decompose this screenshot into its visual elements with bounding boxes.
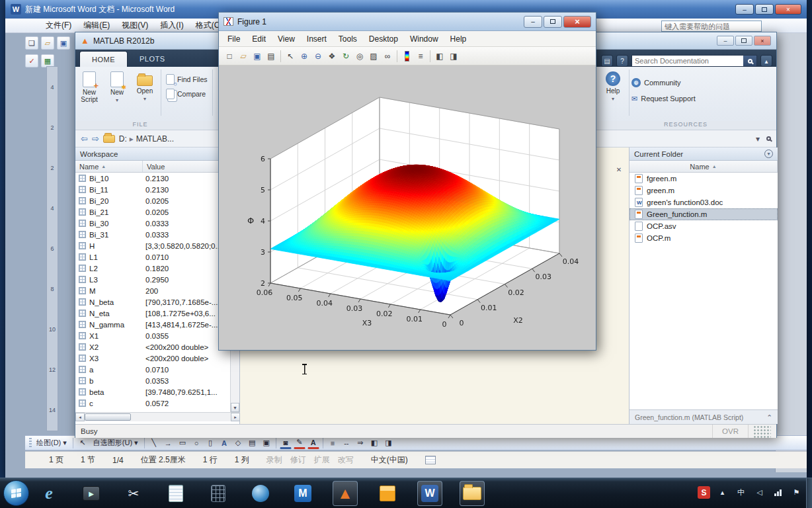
shadow-style-icon[interactable]	[368, 437, 380, 449]
diagram-icon[interactable]	[232, 437, 244, 449]
table-row[interactable]: N_eta [108,1.7275e+03,6...	[75, 308, 231, 319]
autoshapes-button[interactable]: 自选图形(U)	[91, 437, 141, 449]
insert-colorbar-icon[interactable]	[400, 50, 413, 63]
panel-close-icon[interactable]	[614, 165, 624, 174]
browse-for-folder-icon[interactable]	[103, 135, 115, 143]
table-row[interactable]: L1 0.0710	[75, 251, 231, 263]
clip-art-icon[interactable]	[246, 437, 258, 449]
word-icon[interactable]: W	[417, 481, 442, 506]
list-item[interactable]: OCP.asv	[629, 220, 778, 232]
new-document-icon[interactable]	[25, 36, 38, 50]
figure-maximize-button[interactable]	[544, 16, 562, 28]
table-row[interactable]: Bi_11 0.2130	[75, 184, 231, 195]
internet-explorer-icon[interactable]: e	[36, 481, 61, 506]
close-button[interactable]	[775, 4, 801, 15]
matlab-close-button[interactable]	[754, 36, 771, 46]
table-row[interactable]: beta [39.7480,79.6251,1...	[75, 386, 231, 398]
insert-picture-icon[interactable]	[260, 437, 272, 449]
arrow-icon[interactable]	[162, 437, 175, 449]
matlab-icon[interactable]	[333, 481, 358, 506]
community-link[interactable]: Community	[631, 76, 696, 89]
request-support-link[interactable]: Request Support	[631, 92, 696, 105]
details-expand-icon[interactable]	[766, 413, 772, 421]
list-item[interactable]: OCP.m	[629, 232, 778, 244]
network-icon[interactable]	[772, 486, 784, 499]
snipping-tool-icon[interactable]	[121, 481, 146, 506]
panel-menu-icon[interactable]	[764, 149, 773, 158]
list-item[interactable]: green's function03.doc	[629, 196, 778, 208]
current-folder-header[interactable]: Current Folder	[629, 148, 778, 161]
table-row[interactable]: N_gamma [413,4814,1.6725e-...	[75, 319, 231, 330]
oval-icon[interactable]	[190, 437, 202, 449]
minimize-button[interactable]	[735, 4, 754, 15]
save-figure-icon[interactable]	[251, 50, 264, 63]
edit-plot-icon[interactable]	[284, 50, 297, 63]
compare-button[interactable]: Compare	[163, 87, 210, 101]
menu-item[interactable]: Help	[444, 32, 473, 46]
arrow-style-icon[interactable]	[354, 437, 366, 449]
explorer-icon[interactable]	[460, 481, 485, 506]
table-row[interactable]: M 200	[75, 285, 231, 296]
zoom-in-icon[interactable]	[298, 50, 311, 63]
search-documentation-input[interactable]	[632, 57, 743, 65]
new-script-button[interactable]: New Script	[76, 69, 102, 118]
calculator-icon[interactable]	[206, 481, 231, 506]
tab-home[interactable]: HOME	[79, 51, 128, 67]
menu-item[interactable]: Edit	[246, 32, 272, 46]
menu-item[interactable]: 文件(F)	[40, 19, 77, 32]
quick-access-icon[interactable]	[601, 55, 613, 67]
menu-item[interactable]: 插入(I)	[154, 19, 189, 32]
table-row[interactable]: X3 <200x200 double>	[75, 353, 231, 364]
table-row[interactable]: X2 <200x200 double>	[75, 341, 231, 353]
table-row[interactable]: c 0.0572	[75, 398, 231, 409]
zoom-out-icon[interactable]	[311, 50, 325, 63]
browser-sphere-icon[interactable]	[248, 481, 273, 506]
table-row[interactable]: Bi_31 0.0333	[75, 229, 231, 240]
open-file-icon[interactable]	[237, 50, 250, 63]
open-button[interactable]: Open	[132, 69, 158, 118]
table-row[interactable]: Bi_20 0.0205	[75, 195, 231, 206]
menu-item[interactable]: Desktop	[363, 32, 404, 46]
list-item-selected[interactable]: Green_function.m	[629, 208, 778, 220]
draw-menu-button[interactable]: 绘图(D)	[34, 437, 69, 449]
restore-button[interactable]	[755, 4, 774, 15]
figure-close-button[interactable]	[563, 16, 591, 28]
address-search-icon[interactable]	[766, 136, 771, 141]
line-icon[interactable]	[148, 437, 160, 449]
spelling-status-icon[interactable]	[425, 456, 436, 464]
show-plot-tools-icon[interactable]	[447, 50, 460, 63]
threed-style-icon[interactable]	[382, 437, 394, 449]
scrollbar-thumb-h[interactable]	[85, 413, 131, 421]
matlab-minimize-button[interactable]	[717, 36, 734, 46]
breadcrumb-drive[interactable]: D:	[119, 134, 127, 144]
sticky-notes-icon[interactable]	[375, 481, 400, 506]
table-row[interactable]: Bi_10 0.2130	[75, 173, 231, 184]
mode-flag[interactable]: 修订	[290, 454, 306, 466]
figure-minimize-button[interactable]	[524, 16, 542, 28]
table-row[interactable]: N_beta [790,3170,7.1685e-...	[75, 296, 231, 308]
table-row[interactable]: L3 0.2950	[75, 274, 231, 285]
insert-legend-icon[interactable]	[414, 50, 427, 63]
table-row[interactable]: X1 0.0355	[75, 330, 231, 341]
toolbar-grip[interactable]	[29, 438, 32, 448]
start-button[interactable]	[3, 480, 29, 506]
mathtype-icon[interactable]: M	[290, 481, 315, 506]
mode-flag[interactable]: 录制	[266, 454, 282, 466]
open-icon[interactable]	[41, 36, 54, 50]
address-dropdown-icon[interactable]	[756, 134, 760, 144]
mode-flag[interactable]: 扩展	[314, 454, 330, 466]
select-objects-icon[interactable]	[77, 437, 89, 449]
text-box-icon[interactable]	[204, 437, 216, 449]
forward-icon[interactable]	[92, 134, 99, 144]
dash-style-icon[interactable]	[341, 437, 352, 449]
table-row[interactable]: H [3,3;0.5820,0.5820;0...	[75, 240, 231, 251]
mode-flag[interactable]: 改写	[338, 454, 354, 466]
column-header-name[interactable]: Name	[75, 161, 143, 172]
resize-grip[interactable]	[754, 425, 771, 438]
breadcrumb-path[interactable]: MATLAB...	[136, 134, 174, 144]
menu-item[interactable]: Tools	[333, 32, 363, 46]
rectangle-icon[interactable]	[177, 437, 188, 449]
new-button[interactable]: New	[104, 69, 130, 118]
back-icon[interactable]	[81, 134, 88, 144]
language-indicator[interactable]: 中文(中国)	[371, 454, 408, 466]
